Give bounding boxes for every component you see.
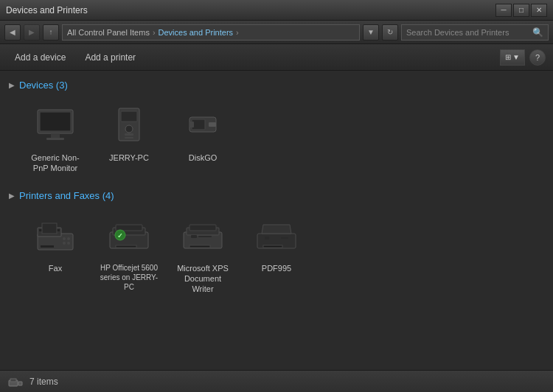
printer-label-xps: Microsoft XPS Document Writer [173, 263, 233, 295]
fax-icon [32, 213, 79, 260]
view-dropdown-icon: ▼ [512, 53, 520, 61]
svg-rect-32 [191, 235, 197, 238]
breadcrumb-part1: All Control Panel Items [67, 28, 150, 37]
svg-rect-33 [198, 236, 212, 237]
printer-label-pdf995: PDF995 [262, 263, 291, 273]
device-label-monitor: Generic Non-PnP Monitor [25, 153, 86, 174]
minimize-button[interactable]: ─ [495, 4, 512, 17]
addressbar: ◀ ▶ ↑ All Control Panel Items › Devices … [0, 21, 553, 44]
up-button[interactable]: ↑ [43, 24, 59, 41]
svg-rect-12 [209, 122, 216, 127]
svg-rect-1 [40, 112, 71, 131]
svg-rect-30 [189, 225, 216, 231]
breadcrumb-sep1: › [153, 28, 156, 37]
device-item-jerry-pc[interactable]: JERRY-PC [96, 98, 162, 178]
svg-rect-36 [263, 245, 282, 248]
maximize-button[interactable]: □ [513, 4, 529, 17]
breadcrumb-part2: Devices and Printers [159, 28, 234, 37]
pc-icon [105, 102, 153, 150]
close-button[interactable]: ✕ [531, 4, 547, 17]
svg-rect-38 [281, 237, 288, 239]
svg-rect-31 [189, 245, 210, 248]
printers-expand-icon[interactable]: ▶ [9, 192, 15, 200]
search-box[interactable]: Search Devices and Printers 🔍 [401, 24, 549, 41]
printer-item-hp[interactable]: ✓ HP Officejet 5600 series on JERRY-PC [96, 209, 162, 299]
search-icon: 🔍 [532, 27, 543, 38]
svg-point-6 [125, 125, 133, 133]
svg-rect-17 [41, 245, 54, 248]
titlebar: Devices and Printers ─ □ ✕ [0, 0, 553, 21]
window-title: Devices and Printers [6, 5, 88, 15]
nav-extras: ▼ ↻ [363, 24, 398, 41]
svg-rect-5 [121, 111, 137, 122]
status-item-count: 7 items [29, 377, 58, 387]
svg-rect-16 [42, 223, 57, 234]
device-item-diskgo[interactable]: DiskGO [170, 98, 236, 178]
printers-grid: Fax ✓ HP Officejet 5600 series on JER [9, 209, 544, 299]
content-area: ▶ Devices (3) Generic Non-PnP Monitor [0, 71, 553, 370]
svg-text:✓: ✓ [117, 232, 123, 239]
pdf995-icon [253, 213, 300, 260]
svg-point-20 [63, 242, 66, 245]
printer-item-xps[interactable]: Microsoft XPS Document Writer [170, 209, 236, 299]
printer-item-fax[interactable]: Fax [22, 209, 88, 299]
printer-label-fax: Fax [49, 263, 62, 273]
search-placeholder: Search Devices and Printers [406, 28, 509, 37]
back-button[interactable]: ◀ [4, 24, 21, 41]
printers-section-header: ▶ Printers and Faxes (4) [9, 190, 544, 201]
svg-rect-2 [51, 133, 60, 138]
add-device-button[interactable]: Add a device [7, 49, 73, 66]
monitor-icon [32, 102, 79, 150]
svg-rect-3 [46, 138, 64, 140]
svg-rect-11 [189, 122, 194, 127]
device-label-jerry-pc: JERRY-PC [109, 153, 149, 163]
devices-grid: Generic Non-PnP Monitor JERRY-PC [9, 98, 544, 178]
view-button[interactable]: ⊞ ▼ [500, 49, 525, 66]
svg-point-21 [67, 242, 70, 245]
svg-rect-40 [10, 379, 16, 382]
svg-rect-41 [18, 382, 22, 385]
printer-item-pdf995[interactable]: PDF995 [243, 209, 310, 299]
toolbar: Add a device Add a printer ⊞ ▼ ? [0, 44, 553, 71]
svg-rect-25 [116, 245, 136, 248]
forward-button[interactable]: ▶ [24, 24, 40, 41]
breadcrumb[interactable]: All Control Panel Items › Devices and Pr… [62, 24, 360, 41]
disk-icon [179, 102, 226, 150]
view-icon: ⊞ [505, 53, 511, 61]
window-controls: ─ □ ✕ [495, 4, 547, 17]
printer-label-hp: HP Officejet 5600 series on JERRY-PC [99, 263, 159, 292]
devices-expand-icon[interactable]: ▶ [9, 81, 15, 89]
svg-rect-8 [125, 137, 133, 139]
xps-printer-icon [179, 213, 226, 260]
help-button[interactable]: ? [529, 49, 546, 66]
devices-section-title: Devices (3) [19, 80, 68, 91]
refresh-btn[interactable]: ↻ [382, 24, 398, 41]
svg-rect-37 [265, 237, 269, 239]
svg-point-19 [67, 237, 70, 240]
device-item-monitor[interactable]: Generic Non-PnP Monitor [22, 98, 88, 178]
svg-rect-7 [125, 133, 133, 136]
svg-point-18 [63, 237, 66, 240]
add-printer-button[interactable]: Add a printer [77, 49, 143, 66]
svg-marker-35 [262, 225, 291, 234]
breadcrumb-sep2: › [236, 28, 239, 37]
statusbar: 7 items [0, 370, 553, 392]
device-label-diskgo: DiskGO [189, 153, 218, 163]
dropdown-btn[interactable]: ▼ [363, 24, 379, 41]
devices-section-header: ▶ Devices (3) [9, 80, 544, 91]
status-device-icon [7, 374, 24, 390]
toolbar-right: ⊞ ▼ ? [500, 49, 546, 66]
printers-section-title: Printers and Faxes (4) [19, 190, 114, 201]
hp-printer-icon: ✓ [105, 213, 153, 260]
